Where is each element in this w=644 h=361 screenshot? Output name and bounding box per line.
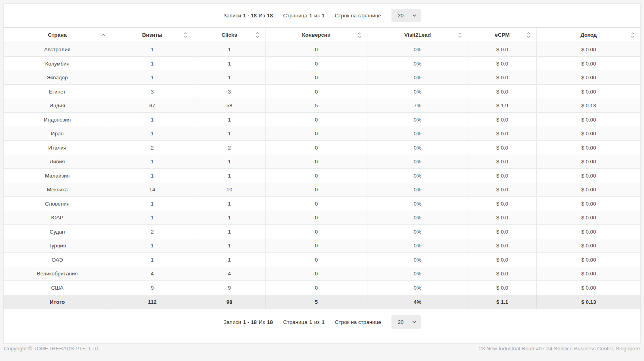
sort-unsorted-icon	[458, 32, 462, 38]
visit2lead-cell: 0%	[367, 239, 468, 253]
records-info: Записи 1 - 18 Из 18	[223, 13, 273, 19]
visit2lead-cell: 0%	[367, 113, 468, 127]
country-cell: Словения	[4, 197, 111, 211]
sort-unsorted-icon	[631, 32, 635, 38]
page-total: 1	[322, 319, 325, 325]
ecpm-cell: $ 0.0	[468, 253, 537, 267]
rows-per-page-label: Строк на странице	[335, 13, 381, 19]
column-header-clicks[interactable]: Clicks	[193, 28, 265, 43]
column-header-visit2lead[interactable]: Visit2Lead	[367, 28, 468, 43]
ecpm-cell: $ 0.0	[468, 211, 537, 225]
revenue-cell: $ 0.00	[537, 127, 640, 141]
table-header-row: Страна Визиты Clicks	[4, 28, 640, 43]
revenue-cell: $ 0.00	[537, 57, 640, 71]
clicks-cell: 1	[193, 253, 265, 267]
conversions-cell: 0	[265, 155, 367, 169]
table-row: Словения1100%$ 0.0$ 0.00	[4, 197, 640, 211]
rows-per-page-select[interactable]: 20	[391, 315, 421, 329]
visits-cell: 1	[111, 57, 193, 71]
pagination-bar-bottom: Записи 1 - 18 Из 18 Страница 1 из 1 Стро…	[4, 309, 640, 343]
country-cell: Египет	[4, 85, 111, 99]
clicks-cell: 1	[193, 197, 265, 211]
table-row: ОАЭ1100%$ 0.0$ 0.00	[4, 253, 640, 267]
column-header-ecpm[interactable]: eCPM	[468, 28, 537, 43]
rows-per-page-select[interactable]: 20	[391, 9, 421, 22]
revenue-cell: $ 0.00	[537, 71, 640, 85]
column-header-country[interactable]: Страна	[4, 28, 111, 43]
visit2lead-cell: 0%	[367, 281, 468, 295]
visits-cell: 1	[111, 197, 193, 211]
column-header-revenue[interactable]: Доход	[537, 28, 640, 43]
visit2lead-cell: 0%	[367, 253, 468, 267]
clicks-cell: 1	[193, 239, 265, 253]
country-cell: Малайзия	[4, 169, 111, 183]
table-row: Иран1100%$ 0.0$ 0.00	[4, 127, 640, 141]
visit2lead-cell: 0%	[367, 141, 468, 155]
total-revenue-cell: $ 0.13	[537, 295, 640, 309]
revenue-cell: $ 0.00	[537, 211, 640, 225]
column-label: eCPM	[495, 32, 510, 38]
visits-cell: 1	[111, 71, 193, 85]
conversions-cell: 0	[265, 225, 367, 239]
ecpm-cell: $ 0.0	[468, 197, 537, 211]
table-row: Индонезия1100%$ 0.0$ 0.00	[4, 113, 640, 127]
table-row: ЮАР1100%$ 0.0$ 0.00	[4, 211, 640, 225]
country-cell: Италия	[4, 141, 111, 155]
visit2lead-cell: 0%	[367, 57, 468, 71]
visits-cell: 1	[111, 127, 193, 141]
conversions-cell: 0	[265, 239, 367, 253]
revenue-cell: $ 0.00	[537, 141, 640, 155]
column-header-visits[interactable]: Визиты	[111, 28, 193, 43]
clicks-cell: 9	[193, 281, 265, 295]
total-conversions-cell: 5	[265, 295, 367, 309]
records-label: Записи	[223, 13, 241, 19]
sort-unsorted-icon	[357, 32, 361, 38]
ecpm-cell: $ 0.0	[468, 225, 537, 239]
table-row: Эквадор1100%$ 0.0$ 0.00	[4, 71, 640, 85]
country-cell: Индонезия	[4, 113, 111, 127]
rows-per-page-value: 20	[398, 13, 404, 19]
table-row: Италия2200%$ 0.0$ 0.00	[4, 141, 640, 155]
ecpm-cell: $ 0.0	[468, 113, 537, 127]
total-visits-cell: 112	[111, 295, 193, 309]
revenue-cell: $ 0.00	[537, 43, 640, 57]
total-label-cell: Итого	[4, 295, 111, 309]
page-of-label: из	[314, 13, 320, 19]
sort-unsorted-icon	[255, 32, 260, 38]
company-address: 23 New Industrial Road #07-04 Solstice B…	[479, 346, 640, 352]
clicks-cell: 1	[193, 225, 265, 239]
records-total: 18	[267, 319, 273, 325]
visits-cell: 2	[111, 141, 193, 155]
page-info: Страница 1 из 1	[283, 319, 324, 325]
country-cell: Великобритания	[4, 267, 111, 281]
ecpm-cell: $ 0.0	[468, 43, 537, 57]
ecpm-cell: $ 0.0	[468, 183, 537, 197]
table-row: США9900%$ 0.0$ 0.00	[4, 281, 640, 295]
visit2lead-cell: 0%	[367, 43, 468, 57]
visits-cell: 67	[111, 99, 193, 113]
revenue-cell: $ 0.00	[537, 183, 640, 197]
country-cell: Индия	[4, 99, 111, 113]
revenue-cell: $ 0.00	[537, 155, 640, 169]
column-label: Clicks	[221, 32, 237, 38]
table-row: Индия675857%$ 1.9$ 0.13	[4, 99, 640, 113]
conversions-cell: 0	[265, 267, 367, 281]
conversions-cell: 0	[265, 57, 367, 71]
table-row: Турция1100%$ 0.0$ 0.00	[4, 239, 640, 253]
column-header-conversions[interactable]: Конверсии	[265, 28, 367, 43]
clicks-cell: 1	[193, 71, 265, 85]
column-label: Конверсии	[302, 32, 331, 38]
column-label: Visit2Lead	[404, 32, 431, 38]
conversions-cell: 0	[265, 113, 367, 127]
chevron-down-icon	[412, 320, 417, 324]
sort-unsorted-icon	[526, 32, 531, 38]
table-row: Малайзия1100%$ 0.0$ 0.00	[4, 169, 640, 183]
clicks-cell: 2	[193, 141, 265, 155]
table-row: Колумбия1100%$ 0.0$ 0.00	[4, 57, 640, 71]
page-info: Страница 1 из 1	[283, 13, 324, 19]
clicks-cell: 4	[193, 267, 265, 281]
visits-cell: 1	[111, 43, 193, 57]
table-row: Судан2100%$ 0.0$ 0.00	[4, 225, 640, 239]
copyright-text: Copyright © TOGETHERADS PTE. LTD.	[4, 346, 100, 352]
column-label: Визиты	[142, 32, 162, 38]
